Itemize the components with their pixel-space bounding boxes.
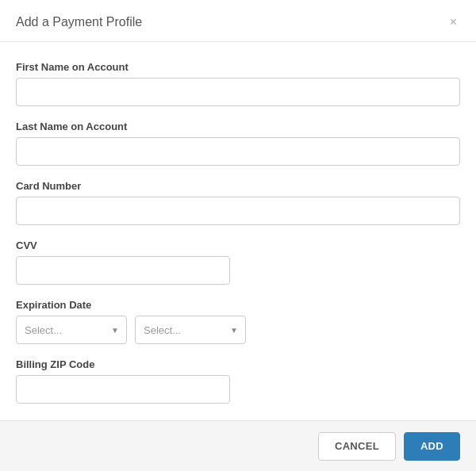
zip-group: Billing ZIP Code xyxy=(16,358,460,404)
card-number-input[interactable] xyxy=(16,197,460,225)
first-name-group: First Name on Account xyxy=(16,61,460,106)
expiration-group: Expiration Date Select... 01 - January 0… xyxy=(16,299,460,344)
expiration-month-select[interactable]: Select... 01 - January 02 - February 03 … xyxy=(16,316,127,344)
last-name-label: Last Name on Account xyxy=(16,121,460,132)
card-number-label: Card Number xyxy=(16,180,460,192)
modal-header: Add a Payment Profile × xyxy=(0,0,476,42)
modal-body: First Name on Account Last Name on Accou… xyxy=(0,42,476,420)
add-payment-modal: Add a Payment Profile × First Name on Ac… xyxy=(0,0,476,471)
year-select-wrapper: Select... 2024 2025 2026 2027 2028 2029 … xyxy=(135,316,246,344)
month-select-wrapper: Select... 01 - January 02 - February 03 … xyxy=(16,316,127,344)
expiration-label: Expiration Date xyxy=(16,299,460,311)
zip-input[interactable] xyxy=(16,375,230,404)
cvv-group: CVV xyxy=(16,239,460,285)
first-name-label: First Name on Account xyxy=(16,61,460,73)
add-button[interactable]: ADD xyxy=(404,432,460,461)
card-number-group: Card Number xyxy=(16,180,460,225)
cvv-input[interactable] xyxy=(16,256,230,285)
last-name-input[interactable] xyxy=(16,137,460,166)
zip-label: Billing ZIP Code xyxy=(16,358,460,370)
cvv-label: CVV xyxy=(16,239,460,251)
cancel-button[interactable]: CANCEL xyxy=(318,432,396,461)
last-name-group: Last Name on Account xyxy=(16,121,460,166)
close-button[interactable]: × xyxy=(447,14,460,30)
first-name-input[interactable] xyxy=(16,78,460,106)
modal-title: Add a Payment Profile xyxy=(16,15,142,29)
expiration-row: Select... 01 - January 02 - February 03 … xyxy=(16,316,460,344)
expiration-year-select[interactable]: Select... 2024 2025 2026 2027 2028 2029 … xyxy=(135,316,246,344)
modal-footer: CANCEL ADD xyxy=(0,420,476,471)
